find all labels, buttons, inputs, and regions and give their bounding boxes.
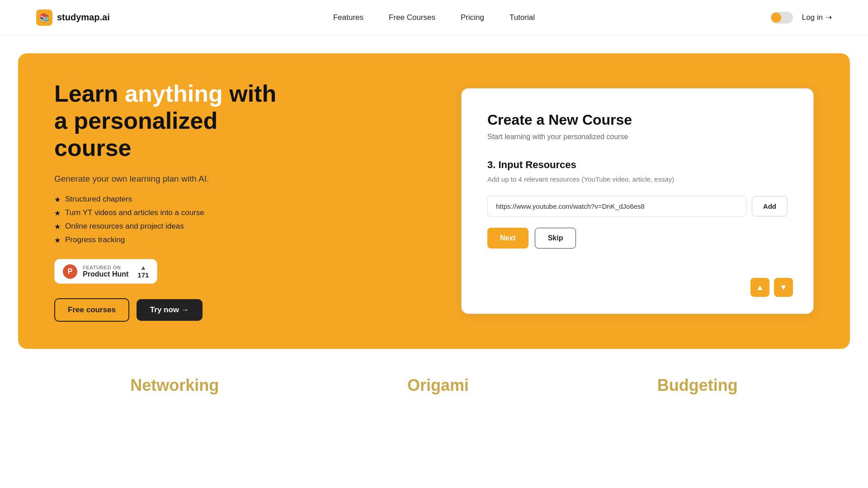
star-icon-4: ★ [54, 236, 61, 244]
ph-votes: ▲ 171 [137, 264, 149, 279]
nav-links: Features Free Courses Pricing Tutorial [333, 13, 535, 22]
nav-features[interactable]: Features [333, 13, 363, 22]
nav-pricing[interactable]: Pricing [461, 13, 484, 22]
toggle-knob [771, 13, 781, 23]
ph-featured-label: FEATURED ON [83, 265, 128, 270]
ph-vote-count: 171 [137, 271, 149, 279]
hero-buttons: Free courses Try now → [54, 298, 280, 322]
bottom-section: Networking Origami Budgeting [0, 349, 868, 413]
input-row: Add [487, 196, 788, 217]
nav-tutorial[interactable]: Tutorial [509, 13, 535, 22]
feature-1: ★Structured chapters [54, 195, 280, 204]
hero-features-list: ★Structured chapters ★Turn YT videos and… [54, 195, 280, 244]
feature-3: ★Online resources and project ideas [54, 222, 280, 231]
card-subtitle: Start learning with your personalized co… [487, 133, 788, 141]
bottom-networking: Networking [130, 376, 219, 395]
nav-down-button[interactable]: ▼ [774, 278, 793, 297]
star-icon-3: ★ [54, 222, 61, 231]
feature-4: ★Progress tracking [54, 235, 280, 244]
star-icon-2: ★ [54, 209, 61, 217]
hero-subtitle: Generate your own learning plan with AI. [54, 174, 280, 184]
login-button[interactable]: Log in ⇢ [802, 13, 832, 22]
free-courses-button[interactable]: Free courses [54, 298, 129, 322]
feature-2: ★Turn YT videos and articles into a cour… [54, 208, 280, 217]
logo-text: studymap.ai [57, 12, 110, 23]
hero-left: Learn anything with a personalized cours… [54, 80, 280, 322]
card-navigation: ▲ ▼ [750, 278, 793, 297]
logo-area: 📚 studymap.ai [36, 9, 110, 26]
nav-up-button[interactable]: ▲ [750, 278, 769, 297]
step-title: 3. Input Resources [487, 159, 788, 171]
login-label: Log in [802, 13, 823, 22]
product-hunt-badge[interactable]: P FEATURED ON Product Hunt ▲ 171 [54, 259, 157, 284]
next-button[interactable]: Next [487, 228, 528, 249]
card-title: Create a New Course [487, 112, 788, 128]
hero-right: Create a New Course Start learning with … [461, 88, 814, 314]
ph-text: FEATURED ON Product Hunt [83, 265, 128, 278]
card-actions: Next Skip [487, 228, 788, 249]
ph-arrow-icon: ▲ [140, 264, 146, 271]
course-card: Create a New Course Start learning with … [461, 88, 814, 314]
title-part1: Learn [54, 80, 125, 107]
bottom-budgeting: Budgeting [657, 376, 738, 395]
step-desc: Add up to 4 relevant resources (YouTube … [487, 175, 788, 183]
navbar-right: Log in ⇢ [770, 12, 832, 23]
nav-free-courses[interactable]: Free Courses [389, 13, 435, 22]
add-button[interactable]: Add [752, 196, 788, 216]
theme-toggle[interactable] [770, 12, 793, 23]
navbar: 📚 studymap.ai Features Free Courses Pric… [0, 0, 868, 35]
hero-section: Learn anything with a personalized cours… [18, 53, 850, 349]
try-now-button[interactable]: Try now → [137, 299, 203, 321]
skip-button[interactable]: Skip [535, 228, 576, 249]
ph-logo: P [63, 264, 77, 279]
logo-icon: 📚 [36, 9, 52, 26]
login-icon: ⇢ [826, 13, 832, 22]
hero-title: Learn anything with a personalized cours… [54, 80, 280, 161]
ph-name: Product Hunt [83, 270, 128, 278]
bottom-origami: Origami [407, 376, 469, 395]
title-highlight: anything [125, 80, 223, 107]
url-input[interactable] [487, 196, 746, 217]
star-icon-1: ★ [54, 195, 61, 204]
